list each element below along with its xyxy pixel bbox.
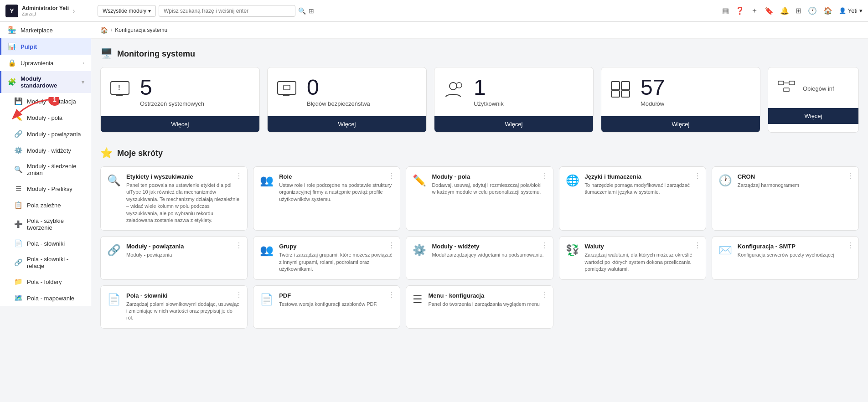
shortcut-etykiety[interactable]: 🔍 Etykiety i wyszukiwanie Panel ten pozw… [100, 166, 248, 231]
home-breadcrumb-icon[interactable]: 🏠 [100, 26, 108, 34]
shortcut-title: Pola - słowniki [126, 292, 241, 299]
sidebar-item-pola-szybkie[interactable]: ➕ Pola - szybkie tworzenie [0, 213, 91, 235]
shortcut-pola-slowniki[interactable]: 📄 Pola - słowniki Zarządzaj polami słown… [100, 285, 248, 329]
search-button[interactable]: 🔍 [298, 7, 306, 15]
shortcut-title: Waluty [585, 243, 699, 250]
shortcut-menu[interactable]: ☰ Menu - konfiguracja Panel do tworzenia… [406, 285, 553, 329]
modules-card-icon [610, 81, 633, 103]
help-icon[interactable]: ❓ [735, 6, 744, 15]
sidebar-item-moduly-standardowe[interactable]: 🧩 Moduły standardowe ▾ [0, 71, 91, 93]
monitoring-card-flows: Obiegów inf Więcej [768, 67, 859, 133]
history-icon[interactable]: 🕐 [808, 6, 817, 15]
sidebar-item-moduly-widgety[interactable]: ⚙️ Moduły - widżety [0, 142, 91, 159]
shortcut-moduly-pola[interactable]: ✏️ Moduły - pola Dodawaj, usuwaj, edytuj… [406, 166, 553, 231]
shortcut-menu-icon[interactable]: ⋮ [235, 290, 243, 299]
svg-rect-12 [611, 82, 620, 90]
shortcut-menu-icon[interactable]: ⋮ [235, 241, 243, 250]
sidebar-item-moduly-sledzenie[interactable]: 🔍 Moduły - śledzenie zmian [0, 159, 91, 180]
sidebar-item-marketplace[interactable]: 🏪 Marketplace [0, 22, 91, 38]
shortcuts-section-title: ⭐ Moje skróty [100, 147, 859, 159]
prefiksy-icon: ☰ [14, 185, 22, 193]
breadcrumb-separator: / [111, 27, 112, 33]
sidebar-item-pola-zalezne[interactable]: 📋 Pola zależne [0, 197, 91, 213]
user-name: Administrator Yeti [22, 5, 69, 11]
collapse-sidebar-button[interactable]: › [72, 7, 75, 15]
shortcut-jezyki[interactable]: 🌐 Języki i tłumaczenia To narzędzie poma… [559, 166, 706, 231]
shortcut-menu-icon[interactable]: ⋮ [541, 290, 548, 299]
instalacja-icon: 💾 [14, 97, 22, 105]
shortcut-desc: Dodawaj, usuwaj, edytuj i rozmieszczaj p… [432, 182, 546, 196]
slowniki-shortcut-icon: 📄 [107, 293, 121, 306]
shortcut-desc: Ustaw role i role podrzędne na podstawie… [279, 182, 393, 203]
errors-more-button[interactable]: Więcej [268, 116, 426, 132]
sidebar-item-label: Moduły - widżety [27, 147, 84, 154]
shortcut-cron[interactable]: 🕐 CRON Zarządzaj harmonogramem ⋮ [712, 166, 859, 231]
flows-more-button[interactable]: Więcej [768, 108, 858, 124]
shortcut-menu-icon[interactable]: ⋮ [235, 171, 243, 180]
sidebar-item-moduly-instalacja[interactable]: 💾 Moduły - instalacja [0, 93, 91, 109]
users-card-icon [444, 81, 466, 103]
widgety-icon: ⚙️ [14, 146, 22, 155]
sidebar-item-pulpit[interactable]: 📊 Pulpit [0, 38, 91, 55]
monitoring-card-errors: 0 Błędów bezpieczeństwa Więcej [267, 67, 427, 133]
sidebar-item-moduly-powiazania[interactable]: 🔗 Moduły - powiązania [0, 126, 91, 142]
sidebar-item-pola-mapowanie[interactable]: 🗺️ Pola - mapowanie [0, 290, 91, 306]
shortcut-desc: Moduły - powiązania [126, 252, 241, 258]
shortcut-title: Języki i tłumaczenia [585, 173, 699, 180]
search-input[interactable] [159, 5, 295, 17]
shortcut-menu-icon[interactable]: ⋮ [388, 171, 395, 180]
mapowanie-icon: 🗺️ [14, 294, 22, 302]
topbar-logo: Y Administrator Yeti Zarząd › [5, 5, 92, 17]
users-count: 1 [474, 77, 504, 98]
module-filter-dropdown[interactable]: Wszystkie moduły ▾ [98, 5, 156, 17]
table-icon[interactable]: ⊞ [796, 6, 801, 15]
warnings-more-button[interactable]: Więcej [101, 116, 259, 132]
shortcut-title: Moduły - pola [432, 173, 546, 180]
sledzenie-icon: 🔍 [14, 165, 22, 174]
shortcut-pdf[interactable]: 📄 PDF Testowa wersja konfiguracji szablo… [253, 285, 400, 329]
logo-icon: Y [5, 5, 18, 17]
shortcut-menu-icon[interactable]: ⋮ [694, 241, 701, 250]
svg-rect-15 [621, 91, 630, 97]
bookmark-icon[interactable]: 🔖 [765, 6, 774, 15]
shortcut-menu-icon[interactable]: ⋮ [694, 171, 701, 180]
layout-icon[interactable]: ▦ [722, 6, 729, 15]
user-avatar-button[interactable]: 👤 Yeti ▾ [839, 7, 863, 14]
shortcut-waluty[interactable]: 💱 Waluty Zarządzaj walutami, dla których… [559, 236, 706, 279]
menu-shortcut-icon: ☰ [413, 293, 423, 306]
main-content: 🏠 / Konfiguracja systemu 🖥️ Monitoring s… [91, 22, 868, 402]
shortcut-title: Etykiety i wyszukiwanie [126, 173, 241, 180]
users-more-button[interactable]: Więcej [434, 116, 593, 132]
slowniki-relacje-icon: 🔗 [14, 258, 22, 267]
shortcut-moduly-widgety[interactable]: ⚙️ Moduły - widżety Moduł zarządzający w… [406, 236, 553, 279]
shortcut-smtp[interactable]: ✉️ Konfiguracja - SMTP Konfiguracja serw… [712, 236, 859, 279]
shortcut-title: Role [279, 173, 393, 180]
shortcut-menu-icon[interactable]: ⋮ [388, 241, 395, 250]
grid-view-button[interactable]: ⊞ [309, 7, 314, 15]
svg-rect-14 [611, 91, 620, 97]
shortcut-menu-icon[interactable]: ⋮ [847, 241, 854, 250]
bell-icon[interactable]: 🔔 [780, 6, 789, 15]
sidebar-item-moduly-prefiksy[interactable]: ☰ Moduły - Prefiksy [0, 180, 91, 197]
sidebar-item-pola-slowniki[interactable]: 📄 Pola - słowniki [0, 235, 91, 252]
sidebar-item-pola-foldery[interactable]: 📁 Pola - foldery [0, 273, 91, 290]
plus-icon[interactable]: ＋ [751, 6, 758, 15]
smtp-icon: ✉️ [718, 244, 732, 257]
shortcut-menu-icon[interactable]: ⋮ [847, 171, 854, 180]
shortcut-moduly-powiazania[interactable]: 🔗 Moduły - powiązania Moduły - powiązani… [100, 236, 248, 279]
sidebar-item-moduly-pola[interactable]: ✏️ Moduły - pola [0, 109, 91, 126]
shortcut-menu-icon[interactable]: ⋮ [388, 290, 395, 299]
modules-count: 57 [641, 77, 665, 98]
shortcuts-grid: 🔍 Etykiety i wyszukiwanie Panel ten pozw… [100, 166, 859, 329]
modules-more-button[interactable]: Więcej [601, 116, 760, 132]
sidebar-item-pola-slowniki-relacje[interactable]: 🔗 Pola - słowniki - relacje [0, 252, 91, 273]
shortcut-menu-icon[interactable]: ⋮ [541, 171, 548, 180]
sidebar-item-uprawnienia[interactable]: 🔒 Uprawnienia › [0, 55, 91, 71]
slowniki-icon: 📄 [14, 239, 22, 247]
shortcut-menu-icon[interactable]: ⋮ [541, 241, 548, 250]
svg-rect-19 [784, 88, 789, 92]
powiazania-icon: 🔗 [14, 130, 22, 138]
shortcut-grupy[interactable]: 👥 Grupy Twórz i zarządzaj grupami, które… [253, 236, 400, 279]
home-icon[interactable]: 🏠 [823, 6, 832, 15]
shortcut-role[interactable]: 👥 Role Ustaw role i role podrzędne na po… [253, 166, 400, 231]
